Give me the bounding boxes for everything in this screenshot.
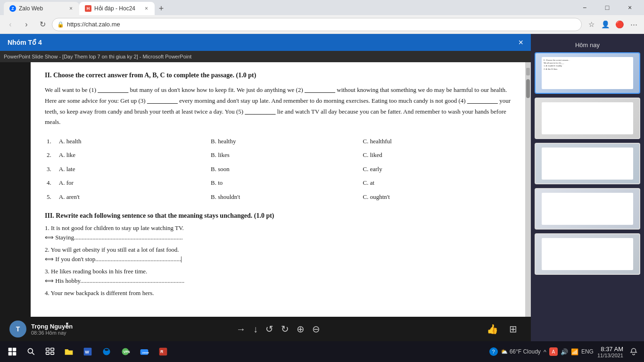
slide-scrollbar[interactable] (525, 62, 531, 317)
svg-rect-8 (46, 352, 50, 354)
new-tab-button[interactable]: + (155, 2, 168, 15)
rewrite-arrow-3: ⟺ His hobby.............................… (45, 277, 511, 285)
svg-rect-1 (13, 348, 17, 352)
clock-area: 8:37 AM 11/13/2021 (597, 346, 623, 358)
thumbnail-4[interactable] (535, 188, 640, 230)
thumb5-inner (542, 238, 633, 271)
chat-close-icon[interactable]: × (518, 38, 523, 48)
more-button[interactable]: ⋯ (627, 18, 640, 31)
rewrite-item-4: 4. Your new backpack is different from h… (45, 289, 511, 297)
table-row: 3. A. late B. soon C. early (45, 162, 511, 176)
nav-bar: ‹ › ↻ 🔒 https://chat.zalo.me ☆ 👤 🔴 ⋯ (0, 15, 644, 34)
volume-icon[interactable]: 🔊 (561, 348, 568, 355)
language-indicator[interactable]: ENG (581, 348, 594, 355)
taskbar-task-view[interactable] (41, 343, 58, 360)
scrollbar-thumb-top (526, 68, 530, 75)
slide-content: II. Choose the correct answer from A, B,… (31, 62, 525, 317)
taskbar-redapp[interactable]: R (155, 343, 172, 360)
thumb2-content (536, 99, 639, 138)
q4-c: C. at (359, 176, 512, 189)
svg-text:W: W (85, 350, 89, 354)
tray-expand[interactable]: ^ (544, 348, 546, 355)
forward-action-button[interactable]: → (236, 324, 246, 335)
rotate-right-button[interactable]: ↻ (281, 323, 289, 335)
zoom-in-button[interactable]: ⊕ (297, 323, 305, 335)
thumb4-content (536, 189, 639, 229)
address-bar[interactable]: 🔒 https://chat.zalo.me (52, 18, 582, 31)
ppt-main-wrapper: II. Choose the correct answer from A, B,… (0, 62, 531, 317)
minimize-button[interactable]: − (574, 0, 595, 15)
taskbar-word[interactable]: W (79, 343, 96, 360)
avatar-letter: T (16, 325, 20, 333)
back-button[interactable]: ‹ (4, 18, 17, 31)
thumb3-content (536, 144, 639, 183)
ppt-title-text: PowerPoint Slide Show - [Day Them lop 7 … (4, 54, 191, 59)
window-controls: − □ × (574, 0, 640, 15)
table-row: 2. A. like B. likes C. liked (45, 148, 511, 162)
weather-icon: ⛅ (501, 348, 508, 355)
layout-button[interactable]: ⊞ (504, 321, 521, 337)
svg-text:VPN: VPN (124, 350, 130, 354)
taskbar-right: ? ⛅ 66°F Cloudy ^ A 🔊 📶 ENG 8:37 AM (489, 343, 640, 360)
table-row: 4. A. for B. to C. at (45, 176, 511, 189)
thumb1-text: II. Choose the correct answer... We all … (544, 59, 631, 71)
tab-hoc24[interactable]: H Hỏi đáp - Hoc24 × (79, 2, 155, 15)
maximize-button[interactable]: □ (597, 0, 618, 15)
user-avatar: T (9, 321, 26, 337)
network-icon[interactable]: 📶 (571, 348, 578, 355)
reload-button[interactable]: ↻ (36, 18, 49, 31)
rewrite-arrow-1: ⟺ Staying...............................… (45, 234, 511, 241)
user-timestamp: 08:36 Hôm nay (31, 330, 73, 336)
thumb3-inner (542, 148, 633, 180)
taskbar-edge[interactable] (98, 343, 115, 360)
bottom-toolbar: T Trọng Nguyễn 08:36 Hôm nay → ↓ ↺ ↻ ⊕ ⊖ (0, 317, 531, 341)
q1-b: B. healthy (207, 134, 359, 148)
profile-button[interactable]: 👤 (599, 18, 612, 31)
rewrite-item-3: 3. He likes reading books in his free ti… (45, 268, 511, 275)
svg-rect-3 (13, 352, 17, 356)
tab-zalo[interactable]: Z Zalo Web × (4, 2, 79, 15)
notification-button[interactable] (627, 343, 640, 360)
q3-b: B. soon (207, 162, 359, 176)
help-icon[interactable]: ? (489, 347, 498, 356)
q3-c: C. early (359, 162, 512, 176)
rotate-left-button[interactable]: ↺ (265, 323, 273, 335)
browser-frame: Z Zalo Web × H Hỏi đáp - Hoc24 × + − □ ×… (0, 0, 644, 362)
clock-date: 11/13/2021 (597, 353, 623, 358)
thumbnail-5[interactable] (535, 233, 640, 275)
taskbar-vpn[interactable]: VPN (117, 343, 134, 360)
q2-b: B. likes (207, 148, 359, 162)
taskbar-zoom[interactable]: zoom (136, 343, 153, 360)
q2-c: C. liked (359, 148, 512, 162)
svg-line-5 (32, 353, 34, 355)
taskbar-explorer[interactable] (60, 343, 77, 360)
thumbnail-1[interactable]: II. Choose the correct answer... We all … (535, 52, 640, 94)
close-button[interactable]: × (619, 0, 640, 15)
q5-b: B. shouldn't (207, 190, 359, 204)
user-info: T Trọng Nguyễn 08:36 Hôm nay (9, 321, 73, 337)
svg-rect-6 (46, 348, 50, 351)
right-sidebar: Hôm nay II. Choose the correct answer...… (531, 34, 644, 341)
tab-hoc24-close[interactable]: × (144, 4, 149, 13)
forward-button[interactable]: › (20, 18, 33, 31)
bookmark-button[interactable]: ☆ (585, 18, 598, 31)
title-bar: Z Zalo Web × H Hỏi đáp - Hoc24 × + − □ × (0, 0, 644, 15)
tab-zalo-close[interactable]: × (68, 4, 74, 13)
thumbnail-2[interactable] (535, 98, 640, 139)
table-row: 5. A. aren't B. shouldn't C. oughtn't (45, 190, 511, 204)
thumbnail-3[interactable] (535, 143, 640, 184)
abp-icon[interactable]: A (549, 347, 558, 356)
start-button[interactable] (4, 343, 21, 360)
q5-num: 5. (45, 190, 55, 204)
download-button[interactable]: ↓ (253, 324, 258, 335)
chat-title: Nhóm Tổ 4 (8, 39, 42, 46)
like-button[interactable]: 👍 (484, 321, 501, 337)
q3-a: A. late (55, 162, 207, 176)
extensions-button[interactable]: 🔴 (613, 18, 626, 31)
taskbar-search[interactable] (23, 343, 40, 360)
svg-text:R: R (160, 349, 163, 354)
chat-header-actions: × (518, 38, 523, 48)
thumb5-content (536, 234, 639, 274)
nav-actions: ☆ 👤 🔴 ⋯ (585, 18, 640, 31)
zoom-out-button[interactable]: ⊖ (312, 323, 320, 335)
